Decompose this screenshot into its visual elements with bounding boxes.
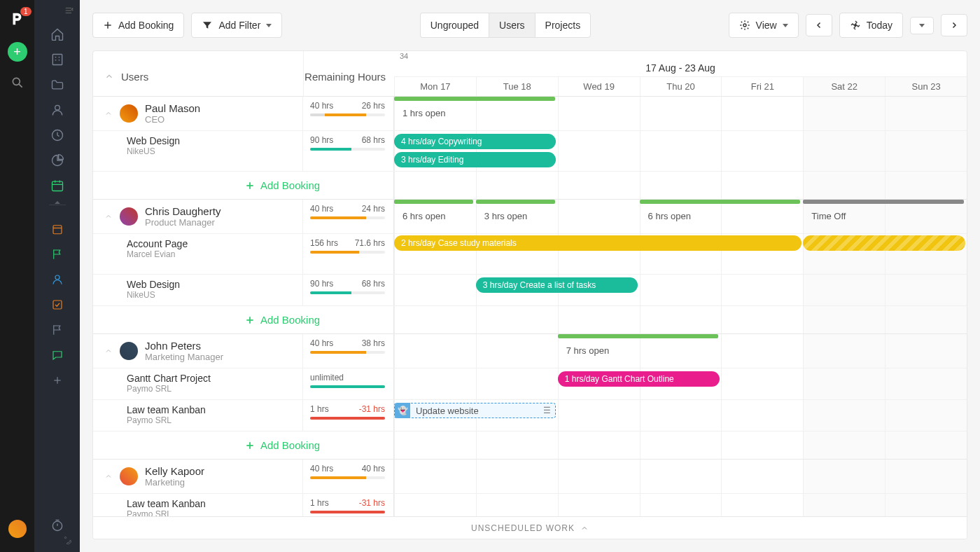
user-avatar[interactable] — [120, 467, 138, 485]
timeline-cell[interactable] — [721, 131, 803, 171]
timeline-cell[interactable] — [803, 460, 885, 493]
home-icon[interactable] — [46, 22, 69, 46]
timeline-cell[interactable] — [558, 200, 640, 233]
projects-icon[interactable] — [46, 73, 69, 97]
timeline-cell[interactable] — [803, 432, 885, 459]
timeline-cell[interactable] — [885, 200, 967, 233]
nav-add-shortcut-icon[interactable] — [46, 368, 69, 392]
timeline-cell[interactable] — [885, 97, 967, 130]
timeline-cell[interactable] — [394, 494, 476, 516]
add-booking-button[interactable]: Add Booking — [92, 13, 184, 38]
scheduler-icon[interactable] — [46, 174, 69, 198]
timeline-cell[interactable] — [803, 494, 885, 516]
timeline-cell[interactable] — [394, 460, 476, 493]
booking-bar[interactable]: 3 hrs/day Create a list of tasks — [476, 277, 638, 293]
timeline-cell[interactable] — [476, 306, 558, 333]
timeline-cell[interactable] — [476, 368, 558, 399]
timeline-cell[interactable] — [721, 97, 803, 130]
timeline-cell[interactable] — [558, 400, 640, 431]
nav-shortcut-flag2-icon[interactable] — [46, 318, 69, 342]
tab-ungrouped[interactable]: Ungrouped — [420, 13, 489, 38]
nav-shortcut-flag-icon[interactable] — [46, 242, 69, 266]
global-add-button[interactable]: + — [8, 42, 27, 62]
timeline-cell[interactable] — [476, 494, 558, 516]
timeline-cell[interactable] — [558, 432, 640, 459]
clients-icon[interactable] — [46, 48, 69, 71]
booking-bar[interactable]: 2 hrs/day Case study materials — [394, 235, 802, 251]
tab-users[interactable]: Users — [489, 13, 535, 38]
timeline-cell[interactable] — [721, 400, 803, 431]
timeline-cell[interactable] — [885, 432, 967, 459]
collapse-user-icon[interactable] — [104, 109, 113, 118]
timeline-cell[interactable] — [394, 432, 476, 459]
timeline-cell[interactable] — [476, 432, 558, 459]
timeline-cell[interactable] — [476, 460, 558, 493]
project-name[interactable]: Account Page — [127, 238, 291, 249]
timeline-cell[interactable] — [885, 400, 967, 431]
timeline-cell[interactable] — [558, 494, 640, 516]
timeline-cell[interactable] — [721, 306, 803, 333]
user-avatar[interactable] — [120, 342, 138, 360]
timeline-cell[interactable] — [640, 432, 722, 459]
nav-shortcut-check-icon[interactable] — [46, 293, 69, 317]
add-booking-inline-button[interactable]: Add Booking — [211, 172, 393, 199]
booking-bar[interactable]: 3 hrs/day Editing — [394, 152, 556, 167]
timeline-cell[interactable] — [476, 334, 558, 368]
timeline-cell[interactable] — [394, 306, 476, 333]
notification-badge[interactable]: 1 — [20, 7, 31, 16]
collapse-user-icon[interactable] — [104, 212, 113, 221]
collapse-user-icon[interactable] — [104, 472, 113, 481]
timeline-cell[interactable] — [803, 368, 885, 399]
user-avatar[interactable] — [120, 207, 138, 226]
timeline-cell[interactable] — [640, 334, 722, 368]
tab-projects[interactable]: Projects — [535, 13, 592, 38]
timeline-cell[interactable] — [721, 432, 803, 459]
user-avatar[interactable] — [120, 104, 138, 123]
timeline-cell[interactable] — [721, 460, 803, 493]
timeline-cell[interactable] — [885, 275, 967, 305]
next-button[interactable] — [941, 14, 967, 36]
timeline-cell[interactable] — [885, 494, 967, 516]
timeline-cell[interactable] — [640, 131, 722, 171]
add-booking-inline-button[interactable]: Add Booking — [211, 432, 393, 459]
timeline-cell[interactable] — [394, 275, 476, 305]
timeline-cell[interactable] — [885, 368, 967, 399]
timeline-cell[interactable] — [885, 172, 967, 199]
timeline-cell[interactable] — [394, 368, 476, 399]
timeline-cell[interactable] — [885, 334, 967, 368]
sidebar-collapse-icon[interactable] — [64, 6, 74, 15]
timeline-cell[interactable] — [885, 131, 967, 171]
project-name[interactable]: Web Design — [127, 135, 291, 146]
timeline-cell[interactable] — [885, 306, 967, 333]
timeline-cell[interactable] — [558, 131, 640, 171]
timeline-cell[interactable] — [803, 334, 885, 368]
timeline-cell[interactable] — [803, 275, 885, 305]
timeline-cell[interactable] — [394, 172, 476, 199]
timeline-cell[interactable] — [721, 172, 803, 199]
unscheduled-work-toggle[interactable]: UNSCHEDULED WORK — [93, 516, 967, 539]
add-filter-button[interactable]: Add Filter — [191, 13, 282, 38]
today-button[interactable]: Today — [839, 13, 903, 38]
timeline-cell[interactable] — [558, 460, 640, 493]
project-name[interactable]: Law team Kanban — [127, 498, 291, 509]
timeline-cell[interactable] — [394, 334, 476, 368]
add-booking-inline-button[interactable]: Add Booking — [211, 306, 393, 333]
timeline-cell[interactable] — [803, 400, 885, 431]
users-icon[interactable] — [46, 98, 69, 122]
reports-icon[interactable] — [46, 149, 69, 172]
timeline-cell[interactable] — [803, 131, 885, 171]
project-name[interactable]: Law team Kanban — [127, 404, 291, 415]
timeline-cell[interactable] — [558, 306, 640, 333]
current-user-avatar[interactable] — [8, 520, 27, 538]
ghost-menu-icon[interactable]: ☰ — [543, 406, 551, 415]
timeline-cell[interactable] — [885, 460, 967, 493]
timeline-cell[interactable] — [558, 172, 640, 199]
collapse-all-icon[interactable] — [104, 71, 114, 81]
ghost-booking[interactable]: 👻 Update website ☰ — [394, 403, 556, 418]
timeline-cell[interactable] — [721, 275, 803, 305]
timeline-cell[interactable] — [558, 97, 640, 130]
timeline-cell[interactable] — [640, 400, 722, 431]
timeline-cell[interactable] — [640, 172, 722, 199]
timeline-cell[interactable] — [721, 368, 803, 399]
booking-bar[interactable]: 1 hrs/day Gantt Chart Outline — [558, 371, 720, 387]
